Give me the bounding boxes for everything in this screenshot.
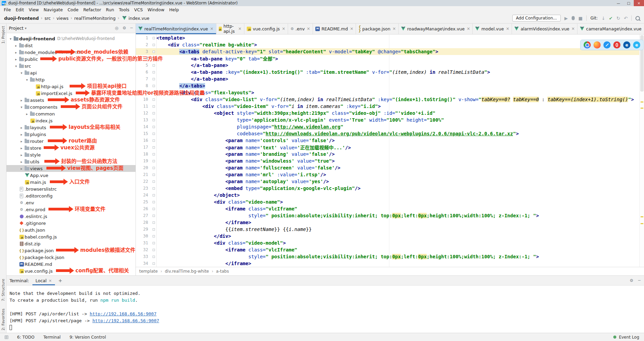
close-tab-icon[interactable]: × (506, 26, 509, 31)
terminal-settings-icon[interactable]: ⚙ (630, 278, 633, 283)
fold-marker[interactable] (151, 112, 156, 114)
tree-expand-icon[interactable]: ▾ (19, 71, 24, 75)
editor-tab-model.vue[interactable]: model.vue× (473, 23, 512, 34)
fold-marker[interactable] (151, 221, 156, 224)
error-stripe-scrollbar[interactable] (639, 35, 644, 267)
breadcrumb-item-views[interactable]: views (56, 16, 68, 21)
tree-expand-icon[interactable]: ▸ (19, 133, 24, 136)
breadcrumb-item-duoji-frontend[interactable]: duoji-frontend (4, 16, 39, 21)
tree-expand-icon[interactable]: ▸ (19, 146, 24, 150)
menu-tools[interactable]: Tools (116, 7, 132, 12)
fold-marker[interactable] (151, 153, 156, 155)
fold-marker[interactable] (151, 51, 156, 53)
toolwindow-button-favorites[interactable]: 2: Favorites (1, 309, 5, 330)
breadcrumb-item-realTimeMonitoring[interactable]: realTimeMonitoring (74, 16, 116, 21)
fold-marker[interactable] (151, 37, 156, 39)
fold-marker[interactable] (151, 262, 156, 265)
menu-vcs[interactable]: VCS (132, 7, 145, 12)
tree-expand-icon[interactable]: ▸ (25, 112, 29, 116)
tree-expand-icon[interactable]: ▸ (19, 160, 24, 164)
close-icon[interactable]: × (48, 278, 52, 283)
fold-marker[interactable] (151, 85, 156, 87)
debug-icon[interactable] (572, 16, 575, 20)
menu-window[interactable]: Window (145, 7, 167, 12)
tree-expand-icon[interactable]: ▸ (19, 98, 24, 102)
tree-item-common[interactable]: ▸common (6, 110, 135, 117)
code-editor[interactable]: 1<template>2 <div class="realTime bg-whi… (136, 35, 644, 267)
tree-item-.gitignore[interactable]: .gitignore (6, 220, 135, 227)
fold-marker[interactable] (151, 235, 156, 237)
tree-item-src[interactable]: ▾src (6, 63, 135, 69)
fold-marker[interactable] (151, 174, 156, 176)
rollback-icon[interactable]: ↶ (624, 16, 628, 21)
menu-file[interactable]: File (1, 7, 13, 12)
fold-marker[interactable] (151, 201, 156, 203)
tree-expand-icon[interactable]: ▾ (19, 105, 24, 109)
run-icon[interactable]: ▶ (564, 16, 568, 21)
fold-marker[interactable] (151, 146, 156, 149)
add-configuration-button[interactable]: Add Configuration... (512, 15, 561, 22)
close-tab-icon[interactable]: × (282, 26, 285, 31)
menu-help[interactable]: Help (167, 7, 182, 12)
menu-edit[interactable]: Edit (13, 7, 26, 12)
menu-run[interactable]: Run (103, 7, 116, 12)
new-terminal-icon[interactable]: + (58, 278, 62, 283)
menu-view[interactable]: View (26, 7, 41, 12)
fold-marker[interactable] (151, 194, 156, 196)
chevron-down-icon[interactable]: ▾ (25, 26, 27, 30)
close-tab-icon[interactable]: × (392, 26, 396, 31)
toolwindow-button-structure[interactable]: 7: Structure (1, 279, 5, 301)
close-tab-icon[interactable]: × (307, 26, 310, 31)
editor-tab-realTimeMonitoring-index.vue[interactable]: realTimeMonitoring\index.vue× (136, 23, 216, 34)
tree-expand-icon[interactable]: ▾ (25, 78, 29, 82)
opera-browser-icon[interactable] (613, 41, 620, 49)
tree-item-auth.json[interactable]: { }auth.json (6, 227, 135, 233)
history-icon[interactable]: ↻ (616, 16, 620, 21)
search-icon[interactable] (635, 16, 640, 21)
tree-item-api[interactable]: ▾api (6, 69, 135, 76)
fold-marker[interactable] (151, 139, 156, 142)
tree-expand-icon[interactable]: ▾ (8, 37, 13, 41)
tree-item-package-lock.json[interactable]: { }package-lock.json (6, 254, 135, 261)
stripe-mark[interactable] (641, 216, 643, 217)
git-commit-icon[interactable]: ✔ (609, 16, 613, 21)
close-tab-icon[interactable]: × (571, 26, 575, 31)
close-tab-icon[interactable]: × (210, 26, 214, 31)
status--todo[interactable]: 6: TODO (17, 335, 34, 340)
fold-marker[interactable] (151, 180, 156, 183)
editor-tab-README.md[interactable]: MREADME.md× (313, 23, 356, 34)
event-log-label[interactable]: Event Log (619, 335, 639, 340)
chrome-browser-icon[interactable] (584, 41, 591, 49)
close-tab-icon[interactable]: × (467, 26, 470, 31)
project-toolwindow-button[interactable]: 1: Project (1, 26, 5, 44)
tree-item-.editorconfig[interactable]: .editorconfig (6, 192, 135, 199)
editor-tab-http-api.js[interactable]: JShttp-api.js× (216, 23, 244, 34)
tree-expand-icon[interactable]: ▸ (19, 139, 24, 143)
fold-marker[interactable] (151, 215, 156, 217)
ie-browser-icon[interactable]: e (633, 41, 640, 49)
tree-item-dist.zip[interactable]: dist.zip (6, 240, 135, 247)
close-button[interactable]: × (634, 0, 644, 6)
terminal-output[interactable]: Note that the development build is not o… (6, 286, 644, 333)
tree-item-.browserslistrc[interactable]: .browserslistrc (6, 186, 135, 192)
locate-file-icon[interactable]: ◎ (115, 26, 118, 30)
fold-marker[interactable] (151, 64, 156, 67)
stripe-mark[interactable] (641, 223, 643, 224)
tree-item-App.vue[interactable]: App.vue (6, 172, 135, 179)
tree-item-README.md[interactable]: MREADME.md (6, 261, 135, 268)
status-terminal[interactable]: Terminal (43, 335, 61, 340)
editor-breadcrumb-item[interactable]: a-tabs (216, 269, 229, 274)
tree-item-http[interactable]: ▾http (6, 76, 135, 83)
close-tab-icon[interactable]: × (350, 26, 353, 31)
safari-browser-icon[interactable] (603, 41, 611, 49)
tree-item-.eslintrc.js[interactable]: .eslintrc.js (6, 213, 135, 220)
fold-marker[interactable] (151, 228, 156, 231)
close-tab-icon[interactable]: × (238, 26, 242, 31)
fold-marker[interactable] (151, 71, 156, 73)
tree-item-plugins[interactable]: ▸plugins (6, 131, 135, 138)
fold-marker[interactable] (151, 249, 156, 251)
editor-tab-vue.config.js[interactable]: JSvue.config.js× (244, 23, 288, 34)
editor-tab-cameraManage-index.vue[interactable]: cameraManage\index.vue× (577, 23, 644, 34)
minimize-button[interactable]: — (613, 0, 624, 6)
fold-marker[interactable] (151, 242, 156, 244)
